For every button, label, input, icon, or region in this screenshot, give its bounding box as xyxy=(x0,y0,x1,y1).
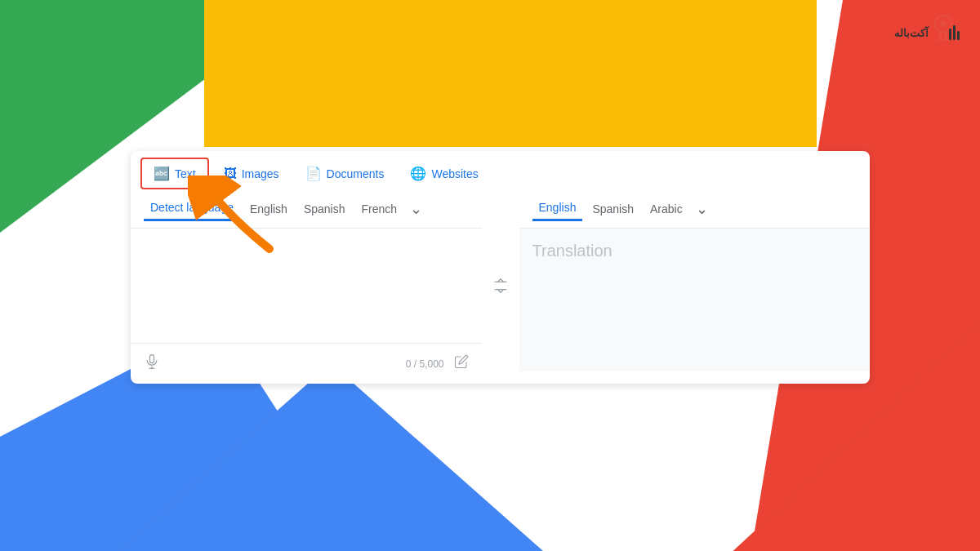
target-arabic-btn[interactable]: Arabic xyxy=(644,198,689,220)
input-footer: 0 / 5,000 xyxy=(131,343,482,384)
source-lang-bar: Detect language English Spanish French ⌄ xyxy=(131,189,482,229)
source-english-btn[interactable]: English xyxy=(243,198,294,220)
image-icon: 🖼 xyxy=(224,167,237,181)
logo-icon: آکت‌باله xyxy=(890,12,964,45)
source-lang-more-btn[interactable]: ⌄ xyxy=(407,197,425,221)
output-area-container: Translation xyxy=(519,229,871,371)
target-panel: English Spanish Arabic ⌄ Translation xyxy=(519,189,871,384)
footer-right: 0 / 5,000 xyxy=(406,351,472,376)
swap-icon xyxy=(492,277,510,295)
document-icon: 📄 xyxy=(305,166,322,181)
detect-language-btn[interactable]: Detect language xyxy=(144,196,240,221)
svg-rect-9 xyxy=(150,355,154,363)
translate-card: 🔤 Text 🖼 Images 📄 Documents 🌐 Websites D… xyxy=(131,151,870,384)
tab-images[interactable]: 🖼 Images xyxy=(212,160,291,188)
svg-point-1 xyxy=(940,20,947,27)
svg-rect-6 xyxy=(953,25,956,40)
globe-icon: 🌐 xyxy=(410,166,426,181)
translation-placeholder: Translation xyxy=(519,229,871,371)
svg-rect-5 xyxy=(949,29,951,40)
svg-rect-7 xyxy=(957,31,960,40)
svg-rect-4 xyxy=(938,38,949,41)
input-area-container: 0 / 5,000 xyxy=(131,229,482,384)
pencil-button[interactable] xyxy=(451,351,472,376)
target-lang-more-btn[interactable]: ⌄ xyxy=(693,197,711,221)
tab-websites-label: Websites xyxy=(431,167,478,180)
target-lang-bar: English Spanish Arabic ⌄ xyxy=(519,189,871,229)
source-panel: Detect language English Spanish French ⌄ xyxy=(131,189,482,384)
mic-button[interactable] xyxy=(140,350,163,377)
bg-yellow xyxy=(204,0,817,147)
target-spanish-btn[interactable]: Spanish xyxy=(586,198,640,220)
swap-button[interactable] xyxy=(488,273,513,300)
tabs-row: 🔤 Text 🖼 Images 📄 Documents 🌐 Websites xyxy=(131,151,870,189)
tab-text[interactable]: 🔤 Text xyxy=(140,158,209,189)
svg-text:آکت‌باله: آکت‌باله xyxy=(894,25,929,39)
tab-documents-label: Documents xyxy=(327,167,385,180)
tab-documents[interactable]: 📄 Documents xyxy=(294,159,396,188)
tab-websites[interactable]: 🌐 Websites xyxy=(399,159,489,188)
tab-images-label: Images xyxy=(242,167,279,180)
logo: آکت‌باله xyxy=(890,12,964,45)
char-count: 0 / 5,000 xyxy=(406,358,444,370)
target-english-btn[interactable]: English xyxy=(532,196,583,221)
source-spanish-btn[interactable]: Spanish xyxy=(297,198,352,220)
swap-container xyxy=(482,189,519,384)
lang-section: Detect language English Spanish French ⌄ xyxy=(131,189,870,384)
translate-icon: 🔤 xyxy=(154,166,170,181)
tab-text-label: Text xyxy=(175,167,196,180)
source-french-btn[interactable]: French xyxy=(354,198,403,220)
source-text-input[interactable] xyxy=(131,229,482,343)
